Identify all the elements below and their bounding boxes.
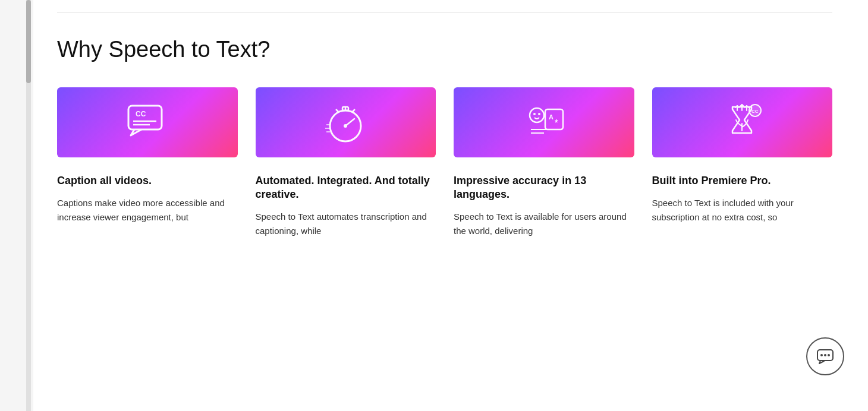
svg-point-30 (824, 354, 826, 356)
card-image-accuracy: A * (454, 87, 634, 157)
svg-line-7 (336, 109, 338, 112)
svg-line-8 (353, 109, 355, 112)
card-body-accuracy: Speech to Text is available for users ar… (454, 210, 634, 238)
card-body-caption: Captions make video more accessible and … (57, 196, 238, 225)
stopwatch-icon (322, 99, 369, 146)
top-divider (57, 12, 832, 12)
svg-point-31 (828, 354, 830, 356)
svg-point-13 (344, 124, 347, 128)
card-image-caption: CC (57, 87, 238, 157)
caption-icon: CC (124, 99, 171, 146)
card-caption: CC Caption all videos. Captions make vid… (57, 87, 238, 239)
chat-button[interactable] (806, 337, 844, 375)
svg-point-29 (820, 354, 823, 356)
section-title: Why Speech to Text? (57, 36, 832, 64)
card-heading-automated: Automated. Integrated. And totally creat… (256, 174, 436, 202)
svg-point-16 (538, 113, 540, 115)
svg-text:CC: CC (136, 110, 146, 118)
scrollbar-column (0, 0, 33, 411)
accuracy-icon: A * (520, 99, 568, 146)
card-body-automated: Speech to Text automates transcription a… (256, 210, 436, 238)
card-accuracy: A * Impressive accuracy in 13 languages.… (454, 87, 634, 239)
card-heading-premiere: Built into Premiere Pro. (652, 174, 833, 188)
card-image-premiere: CC (652, 87, 833, 157)
svg-text:CC: CC (751, 109, 759, 114)
card-heading-caption: Caption all videos. (57, 174, 238, 188)
svg-point-15 (533, 113, 536, 115)
svg-point-14 (530, 108, 544, 122)
page-wrapper: Why Speech to Text? CC Caption (0, 0, 868, 411)
card-body-premiere: Speech to Text is included with your sub… (652, 196, 833, 225)
card-premiere: CC Built into Premiere Pro. Speech to Te… (652, 87, 833, 239)
card-heading-accuracy: Impressive accuracy in 13 languages. (454, 174, 634, 202)
main-content: Why Speech to Text? CC Caption (33, 0, 868, 411)
svg-text:*: * (555, 118, 558, 127)
scrollbar-thumb[interactable] (26, 0, 31, 83)
premiere-icon: CC (718, 99, 766, 146)
chat-icon (816, 347, 835, 366)
card-image-automated (256, 87, 436, 157)
scrollbar-track (26, 0, 31, 411)
svg-rect-17 (545, 109, 563, 129)
cards-grid: CC Caption all videos. Captions make vid… (57, 87, 832, 239)
card-automated: Automated. Integrated. And totally creat… (256, 87, 436, 239)
svg-text:A: A (549, 113, 553, 121)
